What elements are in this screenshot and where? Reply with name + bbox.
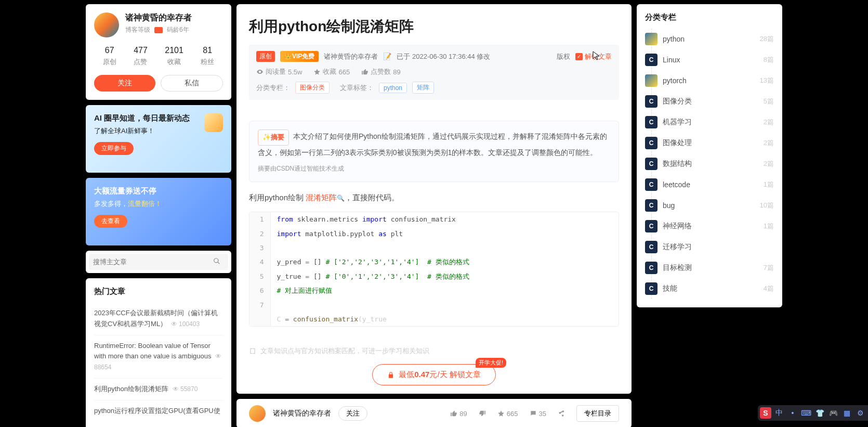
category-icon: C <box>645 262 657 274</box>
tag-matrix[interactable]: 矩阵 <box>412 82 434 94</box>
unlock-article-link[interactable]: ✓解锁文章 <box>575 52 612 61</box>
ad2-title: 大额流量券送不停 <box>94 186 223 196</box>
share-icon <box>558 410 565 417</box>
book-icon <box>249 347 256 355</box>
author-name[interactable]: 诸神黄昏的幸存者 <box>125 12 192 23</box>
stat-item[interactable]: 477点赞 <box>134 46 148 67</box>
eye-icon <box>256 68 264 75</box>
thumb-down-icon <box>479 410 486 417</box>
category-item[interactable]: C神经网络1篇 <box>645 216 774 237</box>
category-tag[interactable]: 图像分类 <box>295 82 330 94</box>
comment-icon <box>530 410 537 417</box>
category-item[interactable]: C机器学习2篇 <box>645 112 774 133</box>
promo-tag: 开学大促! <box>476 358 506 368</box>
copyright-link[interactable]: 版权 <box>557 52 570 61</box>
category-item[interactable]: CLinux8篇 <box>645 49 774 70</box>
bottom-author[interactable]: 诸神黄昏的幸存者 <box>273 409 331 418</box>
category-item[interactable]: python28篇 <box>645 29 774 49</box>
stat-item[interactable]: 2101收藏 <box>165 46 183 67</box>
tool-settings-icon[interactable]: ⚙ <box>854 407 866 419</box>
category-label: 分类专栏： <box>256 83 290 93</box>
dm-button[interactable]: 私信 <box>161 75 223 92</box>
category-icon <box>645 33 657 45</box>
categories-card: 分类专栏 python28篇CLinux8篇pytorch13篇C图像分类5篇C… <box>637 4 782 307</box>
category-item[interactable]: pytorch13篇 <box>645 70 774 91</box>
meta-author[interactable]: 诸神黄昏的幸存者 <box>324 52 378 61</box>
ad1-sub: 了解全球AI新鲜事！ <box>94 126 223 136</box>
follow-button[interactable]: 关注 <box>94 75 155 92</box>
confusion-matrix-link[interactable]: 混淆矩阵🔍 <box>306 193 345 202</box>
ad1-title: AI 圈早知道，每日最新动态 <box>94 113 223 123</box>
categories-title: 分类专栏 <box>645 12 774 22</box>
category-icon: C <box>645 54 657 66</box>
bottom-like[interactable]: 89 <box>450 410 467 418</box>
thumb-up-icon <box>450 410 457 417</box>
bottom-dislike[interactable] <box>479 410 486 417</box>
summary-box: ✨摘要本文介绍了如何使用Python绘制混淆矩阵，通过代码展示实现过程，并解释了… <box>249 121 619 182</box>
hot-articles-card: 热门文章 2023年CCF会议最新截稿时间（偏计算机视觉CV和机器学习ML） 👁… <box>86 278 231 427</box>
hot-article-item[interactable]: RuntimeError: Boolean value of Tensor wi… <box>94 335 223 378</box>
tool-keyboard-icon[interactable]: ⌨ <box>800 407 812 419</box>
like-count[interactable]: 点赞数 89 <box>361 67 400 76</box>
tool-lang-icon[interactable]: 中 <box>773 407 785 419</box>
stat-item[interactable]: 67原创 <box>103 46 116 67</box>
category-icon: C <box>645 220 657 232</box>
article-card: 利用python绘制混淆矩阵 原创 👑VIP免费 诸神黄昏的幸存者 📝 已于 2… <box>236 4 632 394</box>
category-item[interactable]: Cbug10篇 <box>645 195 774 216</box>
category-item[interactable]: C图像处理2篇 <box>645 133 774 153</box>
toc-button[interactable]: 专栏目录 <box>576 405 619 422</box>
hot-article-item[interactable]: 2023年CCF会议最新截稿时间（偏计算机视觉CV和机器学习ML） 👁 1004… <box>94 303 223 335</box>
category-icon: C <box>645 241 657 253</box>
bottom-bar: 诸神黄昏的幸存者 关注 89 665 35 专栏目录 <box>236 399 632 427</box>
tool-punct-icon[interactable]: • <box>787 407 798 419</box>
ad-traffic[interactable]: 大额流量券送不停 多发多得，流量翻倍！ 去查看 <box>86 178 231 245</box>
hot-title: 热门文章 <box>94 287 223 296</box>
bottom-follow-button[interactable]: 关注 <box>338 406 367 421</box>
check-icon: ✓ <box>575 53 583 60</box>
category-icon: C <box>645 178 657 191</box>
tool-skin-icon[interactable]: 👕 <box>814 407 825 419</box>
category-item[interactable]: C图像分类5篇 <box>645 91 774 112</box>
category-item[interactable]: Cleetcode1篇 <box>645 174 774 195</box>
hot-article-item[interactable]: python运行程序设置指定GPU(查看GPU使 <box>94 400 223 422</box>
ad2-button[interactable]: 去查看 <box>94 215 127 228</box>
search-button[interactable] <box>205 254 228 270</box>
search-icon <box>213 257 220 265</box>
floating-toolbar: S 中 • ⌨ 👕 🎮 ▦ ⚙ <box>758 405 868 421</box>
category-icon: C <box>645 282 657 295</box>
tool-game-icon[interactable]: 🎮 <box>827 407 839 419</box>
author-avatar[interactable] <box>94 12 119 37</box>
bottom-fav[interactable]: 665 <box>497 410 518 418</box>
search-box <box>86 251 231 273</box>
code-age: 码龄6年 <box>167 25 189 34</box>
vip-badge: 👑VIP免费 <box>280 51 319 62</box>
tool-grid-icon[interactable]: ▦ <box>841 407 852 419</box>
ad1-button[interactable]: 立即参与 <box>94 142 134 155</box>
summary-footer: 摘要由CSDN通过智能技术生成 <box>258 164 610 173</box>
tags-label: 文章标签： <box>340 83 374 93</box>
category-item[interactable]: C目标检测7篇 <box>645 257 774 278</box>
category-item[interactable]: C数据结构2篇 <box>645 153 774 174</box>
hot-article-item[interactable]: 利用python绘制混淆矩阵 👁 55870 <box>94 378 223 400</box>
publish-time: 2022-06-30 17:36:44 修改 <box>412 53 490 60</box>
read-count: 阅读量5.5w <box>256 67 302 76</box>
author-card: 诸神黄昏的幸存者 博客等级 码龄6年 67原创477点赞2101收藏81粉丝 关… <box>86 4 231 100</box>
search-input[interactable] <box>89 254 205 270</box>
category-icon: C <box>645 116 657 128</box>
bottom-avatar[interactable] <box>249 405 266 422</box>
category-item[interactable]: C技能4篇 <box>645 278 774 299</box>
category-item[interactable]: C迁移学习 <box>645 237 774 257</box>
tool-s-icon[interactable]: S <box>760 407 771 419</box>
ad-ai-news[interactable]: AI 圈早知道，每日最新动态 了解全球AI新鲜事！ 立即参与 <box>86 105 231 173</box>
blog-level-label: 博客等级 <box>125 25 150 34</box>
thumb-icon <box>361 68 369 75</box>
category-icon: C <box>645 137 657 149</box>
tag-python[interactable]: python <box>379 83 407 93</box>
stat-item[interactable]: 81粉丝 <box>201 46 214 67</box>
star-icon <box>313 68 321 75</box>
intro-paragraph: 利用python绘制 混淆矩阵🔍，直接附代码。 <box>249 190 619 204</box>
bottom-comment[interactable]: 35 <box>530 410 546 418</box>
fav-count[interactable]: 收藏 665 <box>313 67 350 76</box>
star-outline-icon <box>497 410 505 417</box>
bottom-share[interactable] <box>558 410 565 417</box>
